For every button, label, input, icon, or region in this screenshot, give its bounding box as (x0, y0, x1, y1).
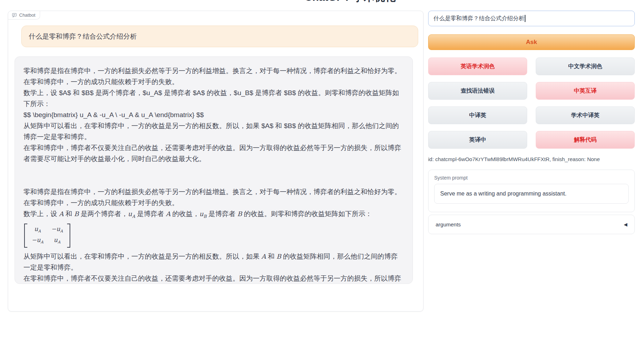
action-button-academic-zh-en[interactable]: 学术中译英 (536, 106, 635, 124)
action-button-zh-en-mutual[interactable]: 中英互译 (536, 82, 635, 100)
system-prompt-card: System prompt Serve me as a writing and … (428, 170, 635, 212)
action-button-find-grammar[interactable]: 查找语法错误 (428, 82, 527, 100)
matrix-left-bracket (24, 224, 27, 248)
math-var: A (59, 210, 64, 218)
user-message-bubble: 什么是零和博弈？结合公式介绍分析 (21, 26, 418, 47)
system-prompt-value: Serve me as a writing and programming as… (440, 191, 567, 197)
bot-message-bubble: 零和博弈是指在博弈中，一方的利益损失必然等于另一方的利益增益。换言之，对于每一种… (15, 56, 413, 284)
action-button-zh-to-en[interactable]: 中译英 (428, 106, 527, 124)
action-button-grid: 英语学术润色 中文学术润色 查找语法错误 中英互译 中译英 学术中译英 英译中 … (428, 57, 635, 149)
bot-rendered-paragraph-5: 在零和博弈中，博弈者不仅要关注自己的收益，还需要考虑对手的收益。因为一方取得的收… (23, 273, 404, 284)
system-prompt-input[interactable]: Serve me as a writing and programming as… (434, 184, 629, 204)
math-var: uB (199, 210, 206, 218)
bot-rendered-paragraph-2: 数学上，设 A 和 B 是两个博弈者，uA 是博弈者 A 的收益，uB 是博弈者… (23, 208, 404, 222)
math-var: A (166, 210, 170, 218)
chatbot-label-text: Chatbot (19, 12, 36, 18)
action-button-explain-code[interactable]: 解释代码 (536, 131, 635, 149)
question-input[interactable]: 什么是零和博弈？结合公式介绍分析 (428, 11, 635, 26)
bot-rendered-paragraph-4: 从矩阵中可以看出，在零和博弈中，一方的收益是另一方的相反数。所以，如果 A 和 … (23, 251, 404, 273)
math-var: uA (128, 210, 135, 218)
bot-raw-paragraph-1: 零和博弈是指在博弈中，一方的利益损失必然等于另一方的利益增益。换言之，对于每一种… (23, 65, 404, 87)
math-var: A (261, 253, 266, 260)
payoff-matrix: uA −uA −uA uA (24, 224, 70, 248)
math-var: B (277, 253, 281, 260)
math-var: B (237, 210, 242, 218)
arguments-accordion-label: arguments (436, 221, 461, 227)
bot-raw-paragraph-5: 在零和博弈中，博弈者不仅要关注自己的收益，还需要考虑对手的收益。因为一方取得的收… (23, 142, 404, 164)
bot-raw-paragraph-2: 数学上，设 $A$ 和 $B$ 是两个博弈者，$u_A$ 是博弈者 $A$ 的收… (23, 87, 404, 109)
chatbot-panel: Chatbot 什么是零和博弈？结合公式介绍分析 零和博弈是指在博弈中，一方的利… (8, 11, 424, 312)
bot-rendered-paragraph-1: 零和博弈是指在博弈中，一方的利益损失必然等于另一方的利益增益。换言之，对于每一种… (23, 186, 404, 208)
chat-bubble-icon (12, 12, 17, 18)
action-button-en-to-zh[interactable]: 英译中 (428, 131, 527, 149)
response-status-line: id: chatcmpl-6wOo7KrYTwMl89lbrMWRu4UkFFX… (428, 156, 635, 162)
accordion-collapsed-arrow-icon: ◀ (624, 222, 627, 227)
bot-raw-latex-line: $$ \begin{bmatrix} u_A & -u_A \ -u_A & u… (23, 109, 404, 120)
paragraph-gap (23, 164, 404, 186)
user-message-text: 什么是零和博弈？结合公式介绍分析 (29, 32, 137, 41)
action-button-chinese-polish[interactable]: 中文学术润色 (536, 57, 635, 75)
matrix-cell: −uA (32, 236, 43, 247)
matrix-cell: −uA (51, 225, 63, 236)
system-prompt-label: System prompt (434, 175, 629, 181)
matrix-cell: uA (32, 225, 43, 236)
matrix-right-bracket (67, 224, 70, 248)
math-var: B (74, 210, 79, 218)
ask-button[interactable]: Ask (428, 34, 635, 50)
arguments-accordion-header[interactable]: arguments ◀ (428, 215, 635, 234)
question-input-value: 什么是零和博弈？结合公式介绍分析 (433, 15, 524, 22)
matrix-cell: uA (51, 236, 63, 247)
action-button-english-polish[interactable]: 英语学术润色 (428, 57, 527, 75)
text-cursor (525, 15, 525, 22)
page-title: ChatGPT 学术优化 (305, 0, 418, 4)
bot-raw-paragraph-4: 从矩阵中可以看出，在零和博弈中，一方的收益是另一方的相反数。所以，如果 $A$ … (23, 120, 404, 142)
chatbot-label: Chatbot (8, 11, 40, 20)
